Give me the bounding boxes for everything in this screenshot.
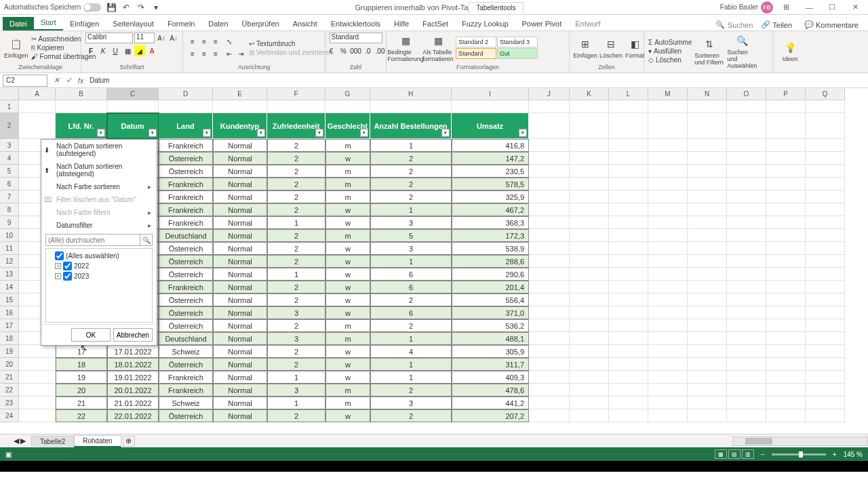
table-cell[interactable]: Normal bbox=[213, 396, 267, 409]
table-cell[interactable]: w bbox=[326, 152, 370, 165]
row-header-20[interactable]: 20 bbox=[0, 358, 19, 371]
table-cell[interactable]: 2 bbox=[267, 139, 326, 152]
table-cell[interactable]: m bbox=[326, 396, 370, 409]
currency-icon[interactable]: € bbox=[326, 45, 337, 56]
filter-search-input[interactable] bbox=[45, 234, 140, 246]
row-header-5[interactable]: 5 bbox=[0, 165, 19, 178]
table-cell[interactable]: 2 bbox=[267, 242, 326, 255]
filter-button-icon[interactable]: ▾ bbox=[203, 129, 211, 137]
table-cell[interactable]: 2 bbox=[370, 384, 452, 396]
save-icon[interactable]: 💾 bbox=[106, 3, 116, 12]
row-header-3[interactable]: 3 bbox=[0, 139, 19, 152]
tab-help[interactable]: Hilfe bbox=[387, 17, 416, 30]
row-header-14[interactable]: 14 bbox=[0, 281, 19, 293]
add-sheet-button[interactable]: ⊕ bbox=[123, 436, 135, 447]
table-cell[interactable]: 1 bbox=[370, 139, 452, 152]
table-cell[interactable]: 230,5 bbox=[452, 165, 529, 178]
col-header-P[interactable]: P bbox=[766, 88, 806, 100]
share-button[interactable]: 🔗 Teilen bbox=[757, 19, 796, 30]
fill-color-icon[interactable]: ◢ bbox=[134, 45, 145, 56]
col-header-M[interactable]: M bbox=[648, 88, 688, 100]
table-cell[interactable]: 3 bbox=[267, 306, 326, 319]
table-cell[interactable]: 536,2 bbox=[452, 319, 529, 332]
row-headers[interactable]: 123456789101112131415161718192021222324 bbox=[0, 100, 19, 422]
insert-cells-button[interactable]: ⊞ Einfügen bbox=[574, 37, 597, 59]
grow-font-icon[interactable]: A↑ bbox=[156, 33, 167, 43]
filter-values-tree[interactable]: (Alles auswählen) +2022 +2023 bbox=[45, 248, 153, 323]
tab-data[interactable]: Daten bbox=[201, 17, 235, 30]
table-header[interactable]: Geschlecht▾ bbox=[326, 113, 370, 139]
style-standard3[interactable]: Standard 3 bbox=[497, 37, 538, 47]
underline-icon[interactable]: U bbox=[110, 45, 121, 56]
table-cell[interactable]: 17 bbox=[56, 345, 107, 358]
search-icon[interactable]: 🔍 bbox=[140, 234, 153, 246]
row-header-16[interactable]: 16 bbox=[0, 306, 19, 319]
table-cell[interactable]: 21.01.2022 bbox=[107, 396, 159, 409]
style-standard2[interactable]: Standard 2 bbox=[456, 37, 496, 47]
tab-design[interactable]: Entwurf bbox=[568, 17, 607, 30]
table-cell[interactable]: Frankreich bbox=[159, 384, 213, 396]
comma-icon[interactable]: 000 bbox=[351, 45, 361, 56]
col-header-B[interactable]: B bbox=[56, 88, 107, 100]
tab-fuzzy[interactable]: Fuzzy Lookup bbox=[455, 17, 515, 30]
expander-icon[interactable]: + bbox=[55, 273, 61, 279]
col-header-D[interactable]: D bbox=[159, 88, 213, 100]
table-cell[interactable]: 2 bbox=[370, 409, 452, 422]
filter-cancel-button[interactable]: Abbrechen bbox=[113, 328, 153, 342]
table-cell[interactable]: w bbox=[326, 268, 370, 281]
tab-start[interactable]: Start bbox=[34, 16, 63, 30]
col-header-O[interactable]: O bbox=[727, 88, 766, 100]
col-header-J[interactable]: J bbox=[529, 88, 570, 100]
sort-color-item[interactable]: Nach Farbe sortieren▸ bbox=[41, 180, 157, 193]
tab-file[interactable]: Datei bbox=[3, 17, 34, 30]
row-header-24[interactable]: 24 bbox=[0, 409, 19, 422]
italic-icon[interactable]: K bbox=[98, 45, 108, 56]
sort-filter-button[interactable]: ⇅ Sortieren und Filtern bbox=[694, 37, 724, 66]
zoom-slider[interactable] bbox=[772, 453, 826, 455]
table-cell[interactable]: 2 bbox=[267, 229, 326, 242]
table-cell[interactable]: 556,4 bbox=[452, 293, 529, 306]
table-cell[interactable]: w bbox=[326, 371, 370, 384]
table-cell[interactable]: w bbox=[326, 281, 370, 293]
ideas-button[interactable]: 💡 Ideen bbox=[777, 41, 803, 62]
font-size-select[interactable]: 11 bbox=[134, 33, 155, 43]
table-cell[interactable]: 416,8 bbox=[452, 139, 529, 152]
table-cell[interactable]: Frankreich bbox=[159, 139, 213, 152]
row-header-1[interactable]: 1 bbox=[0, 100, 19, 113]
table-cell[interactable]: 21 bbox=[56, 396, 107, 409]
clear-button[interactable]: ◇ Löschen bbox=[648, 56, 692, 64]
table-cell[interactable]: Österreich bbox=[159, 268, 213, 281]
table-cell[interactable]: 305,9 bbox=[452, 345, 529, 358]
table-cell[interactable]: Normal bbox=[213, 203, 267, 216]
align-center-icon[interactable]: ≡ bbox=[199, 49, 210, 60]
tab-factset[interactable]: FactSet bbox=[416, 17, 455, 30]
row-header-19[interactable]: 19 bbox=[0, 345, 19, 358]
cancel-formula-icon[interactable]: ✕ bbox=[50, 75, 62, 87]
ribbon-display-icon[interactable]: ⊞ bbox=[776, 1, 796, 14]
table-cell[interactable]: Normal bbox=[213, 293, 267, 306]
filter-button-icon[interactable]: ▾ bbox=[97, 129, 105, 137]
table-cell[interactable]: Deutschland bbox=[159, 229, 213, 242]
table-cell[interactable]: 368,3 bbox=[452, 216, 529, 229]
row-header-10[interactable]: 10 bbox=[0, 229, 19, 242]
table-cell[interactable]: m bbox=[326, 384, 370, 396]
year-2022-item[interactable]: +2022 bbox=[48, 261, 150, 271]
zoom-level[interactable]: 145 % bbox=[844, 451, 863, 458]
row-header-12[interactable]: 12 bbox=[0, 255, 19, 268]
table-cell[interactable]: w bbox=[326, 255, 370, 268]
table-cell[interactable]: 1 bbox=[370, 358, 452, 371]
col-header-E[interactable]: E bbox=[213, 88, 267, 100]
table-cell[interactable]: m bbox=[326, 178, 370, 190]
year-2023-item[interactable]: +2023 bbox=[48, 271, 150, 281]
table-cell[interactable]: 1 bbox=[370, 371, 452, 384]
table-cell[interactable]: m bbox=[326, 139, 370, 152]
table-cell[interactable]: Normal bbox=[213, 242, 267, 255]
table-cell[interactable]: 201,4 bbox=[452, 281, 529, 293]
table-cell[interactable]: 6 bbox=[370, 281, 452, 293]
align-left-icon[interactable]: ≡ bbox=[187, 49, 198, 60]
table-cell[interactable]: 147,2 bbox=[452, 152, 529, 165]
table-cell[interactable]: 2 bbox=[370, 293, 452, 306]
row-header-11[interactable]: 11 bbox=[0, 242, 19, 255]
cond-format-button[interactable]: ▦ Bedingte Formatierung bbox=[391, 34, 420, 62]
tab-insert[interactable]: Einfügen bbox=[63, 17, 106, 30]
